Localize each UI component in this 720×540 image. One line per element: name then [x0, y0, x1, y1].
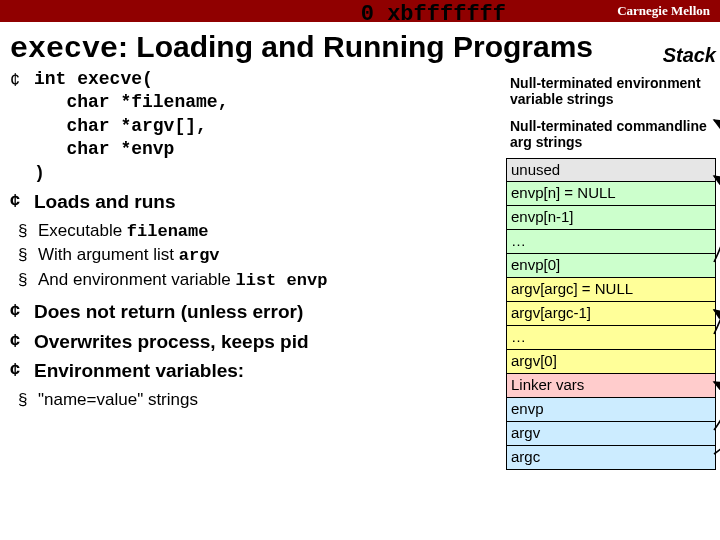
cell-envp-n1: envp[n-1] — [506, 206, 716, 230]
bullet-signature: int execve( char *filename, char *argv[]… — [10, 68, 502, 185]
title-code: execve — [10, 32, 118, 66]
banner-text: Carnegie Mellon — [617, 3, 710, 19]
bullet-loads: Loads and runs — [10, 189, 502, 215]
right-column: Stack Null-terminated environment variab… — [508, 68, 718, 412]
cell-envp-0: envp[0] — [506, 254, 716, 278]
cell-envp-dots: … — [506, 230, 716, 254]
cell-argv-argc: argv[argc] = NULL — [506, 278, 716, 302]
cell-linker: Linker vars — [506, 374, 716, 398]
cell-argv-argc1: argv[argc-1] — [506, 302, 716, 326]
cell-argv-dots: … — [506, 326, 716, 350]
stack-label: Stack — [663, 44, 716, 67]
cell-argv-0: argv[0] — [506, 350, 716, 374]
sub-filename: Executable filename — [18, 219, 502, 244]
sub-namevalue: "name=value" strings — [18, 388, 502, 412]
cell-envp-ptr: envp — [506, 398, 716, 422]
cell-unused: unused — [506, 158, 716, 182]
cell-envp-n: envp[n] = NULL — [506, 182, 716, 206]
note-env: Null-terminated environment variable str… — [506, 72, 716, 115]
title-rest: : Loading and Running Programs — [118, 30, 593, 63]
bullet-noreturn: Does not return (unless error) — [10, 299, 502, 325]
sub-argv: With argument list argv — [18, 243, 502, 268]
sub-envp: And environment variable list envp — [18, 268, 502, 293]
stack-diagram: Null-terminated environment variable str… — [506, 72, 716, 470]
note-cmd: Null-terminated commandline arg strings — [506, 115, 716, 158]
left-column: 0 xbfffffff int execve( char *filename, … — [10, 68, 508, 412]
cell-argc: argc — [506, 446, 716, 470]
stack-top-address: 0 xbfffffff — [361, 0, 506, 30]
bullet-envvars: Environment variables: — [10, 358, 502, 384]
cell-argv-ptr: argv — [506, 422, 716, 446]
bullet-overwrite: Overwrites process, keeps pid — [10, 329, 502, 355]
